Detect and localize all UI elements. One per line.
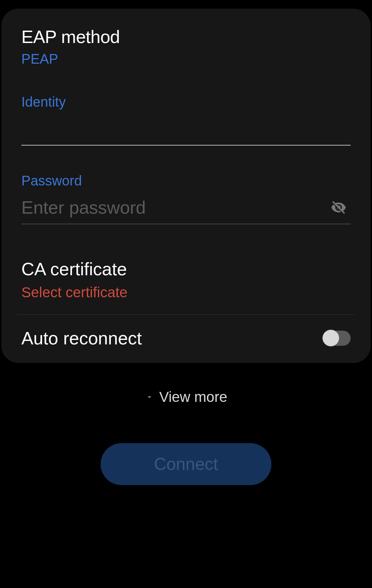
toggle-password-visibility-icon[interactable] [330,199,347,216]
password-label: Password [21,173,351,189]
password-input-row [21,195,351,224]
connect-button[interactable]: Connect [101,443,271,485]
view-more-button[interactable]: View more [0,389,372,405]
auto-reconnect-toggle[interactable] [322,331,351,346]
wifi-config-dialog: EAP method PEAP Identity Password CA cer… [1,9,371,363]
eap-method-title: EAP method [21,26,351,47]
identity-label: Identity [21,94,351,110]
toggle-thumb [322,330,339,346]
ca-certificate-section[interactable]: CA certificate Select certificate [17,259,355,315]
chevron-down-icon [145,392,154,402]
view-more-label: View more [159,389,227,405]
auto-reconnect-label: Auto reconnect [21,328,142,349]
password-field-group: Password [21,173,351,224]
connect-button-label: Connect [154,454,218,474]
auto-reconnect-section: Auto reconnect [21,315,351,363]
identity-input-row [21,117,351,146]
eap-method-section[interactable]: EAP method PEAP [21,26,351,67]
ca-certificate-title: CA certificate [21,259,351,279]
identity-input[interactable] [21,117,351,141]
ca-certificate-value: Select certificate [21,284,351,301]
eap-method-value: PEAP [21,51,351,67]
password-input[interactable] [21,195,330,220]
identity-field-group: Identity [21,94,351,146]
